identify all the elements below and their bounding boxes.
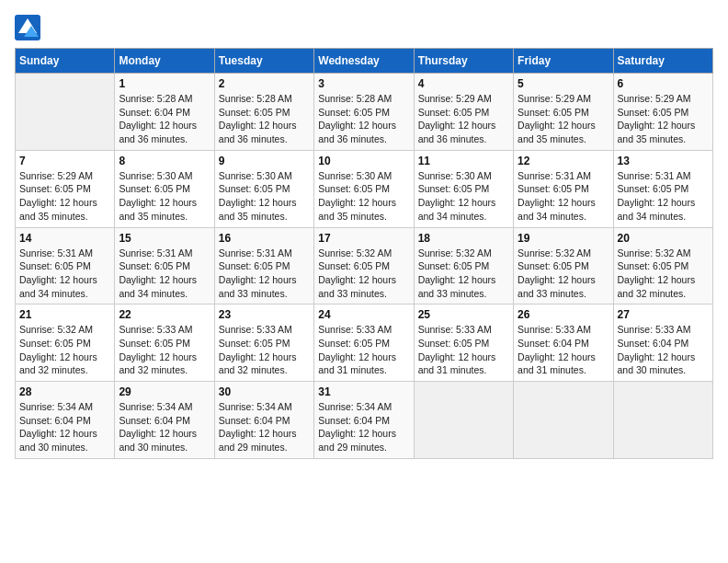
day-number: 15	[119, 232, 210, 245]
header-cell-saturday: Saturday	[613, 49, 712, 74]
day-number: 3	[318, 77, 409, 90]
day-number: 29	[119, 385, 210, 398]
week-row: 21 Sunrise: 5:32 AMSunset: 6:05 PMDaylig…	[16, 304, 713, 382]
calendar-table: SundayMondayTuesdayWednesdayThursdayFrid…	[15, 48, 713, 459]
day-cell: 29 Sunrise: 5:34 AMSunset: 6:04 PMDaylig…	[115, 382, 214, 459]
day-cell: 15 Sunrise: 5:31 AMSunset: 6:05 PMDaylig…	[115, 227, 214, 304]
day-cell: 8 Sunrise: 5:30 AMSunset: 6:05 PMDayligh…	[115, 150, 214, 227]
day-cell	[16, 74, 115, 151]
day-number: 2	[219, 77, 310, 90]
day-info: Sunrise: 5:29 AMSunset: 6:05 PMDaylight:…	[618, 92, 709, 146]
day-info: Sunrise: 5:30 AMSunset: 6:05 PMDaylight:…	[119, 169, 210, 224]
logo-icon	[15, 15, 40, 40]
day-number: 7	[19, 155, 110, 167]
day-info: Sunrise: 5:33 AMSunset: 6:05 PMDaylight:…	[219, 323, 310, 377]
day-info: Sunrise: 5:34 AMSunset: 6:04 PMDaylight:…	[219, 400, 310, 454]
week-row: 7 Sunrise: 5:29 AMSunset: 6:05 PMDayligh…	[16, 150, 713, 227]
day-number: 12	[518, 155, 609, 167]
day-number: 8	[119, 155, 210, 167]
day-cell: 13 Sunrise: 5:31 AMSunset: 6:05 PMDaylig…	[613, 150, 712, 227]
day-info: Sunrise: 5:28 AMSunset: 6:05 PMDaylight:…	[318, 92, 409, 146]
logo	[15, 15, 44, 40]
day-number: 28	[19, 385, 110, 398]
day-info: Sunrise: 5:30 AMSunset: 6:05 PMDaylight:…	[418, 169, 509, 224]
header	[15, 15, 713, 40]
day-cell	[613, 382, 712, 459]
header-cell-monday: Monday	[115, 49, 214, 74]
header-cell-sunday: Sunday	[16, 49, 115, 74]
day-number: 25	[418, 308, 509, 321]
day-cell: 6 Sunrise: 5:29 AMSunset: 6:05 PMDayligh…	[613, 74, 712, 151]
day-info: Sunrise: 5:32 AMSunset: 6:05 PMDaylight:…	[618, 247, 709, 301]
day-number: 19	[518, 232, 609, 245]
day-cell	[514, 382, 613, 459]
day-cell: 17 Sunrise: 5:32 AMSunset: 6:05 PMDaylig…	[314, 227, 414, 304]
day-info: Sunrise: 5:31 AMSunset: 6:05 PMDaylight:…	[19, 247, 110, 301]
day-number: 11	[418, 155, 509, 167]
day-number: 26	[518, 308, 609, 321]
day-info: Sunrise: 5:32 AMSunset: 6:05 PMDaylight:…	[418, 247, 509, 301]
day-number: 18	[418, 232, 509, 245]
header-cell-thursday: Thursday	[414, 49, 513, 74]
day-info: Sunrise: 5:29 AMSunset: 6:05 PMDaylight:…	[518, 92, 609, 146]
day-number: 10	[318, 155, 409, 167]
day-cell: 16 Sunrise: 5:31 AMSunset: 6:05 PMDaylig…	[214, 227, 313, 304]
day-cell: 25 Sunrise: 5:33 AMSunset: 6:05 PMDaylig…	[414, 304, 513, 382]
day-info: Sunrise: 5:32 AMSunset: 6:05 PMDaylight:…	[518, 247, 609, 301]
day-number: 1	[119, 77, 210, 90]
day-number: 31	[318, 385, 409, 398]
day-cell: 12 Sunrise: 5:31 AMSunset: 6:05 PMDaylig…	[514, 150, 613, 227]
day-cell: 31 Sunrise: 5:34 AMSunset: 6:04 PMDaylig…	[314, 382, 414, 459]
day-cell: 26 Sunrise: 5:33 AMSunset: 6:04 PMDaylig…	[514, 304, 613, 382]
day-cell: 27 Sunrise: 5:33 AMSunset: 6:04 PMDaylig…	[613, 304, 712, 382]
day-number: 27	[618, 308, 709, 321]
day-info: Sunrise: 5:34 AMSunset: 6:04 PMDaylight:…	[318, 400, 409, 454]
day-number: 16	[219, 232, 310, 245]
day-cell: 22 Sunrise: 5:33 AMSunset: 6:05 PMDaylig…	[115, 304, 214, 382]
header-cell-tuesday: Tuesday	[214, 49, 313, 74]
day-cell: 18 Sunrise: 5:32 AMSunset: 6:05 PMDaylig…	[414, 227, 513, 304]
day-cell: 9 Sunrise: 5:30 AMSunset: 6:05 PMDayligh…	[214, 150, 313, 227]
day-info: Sunrise: 5:29 AMSunset: 6:05 PMDaylight:…	[19, 169, 110, 224]
day-cell: 3 Sunrise: 5:28 AMSunset: 6:05 PMDayligh…	[314, 74, 414, 151]
day-cell: 2 Sunrise: 5:28 AMSunset: 6:05 PMDayligh…	[214, 74, 313, 151]
day-info: Sunrise: 5:33 AMSunset: 6:05 PMDaylight:…	[418, 323, 509, 377]
day-cell: 10 Sunrise: 5:30 AMSunset: 6:05 PMDaylig…	[314, 150, 414, 227]
day-number: 21	[19, 308, 110, 321]
day-number: 4	[418, 77, 509, 90]
day-info: Sunrise: 5:29 AMSunset: 6:05 PMDaylight:…	[418, 92, 509, 146]
week-row: 14 Sunrise: 5:31 AMSunset: 6:05 PMDaylig…	[16, 227, 713, 304]
day-cell: 24 Sunrise: 5:33 AMSunset: 6:05 PMDaylig…	[314, 304, 414, 382]
day-number: 14	[19, 232, 110, 245]
day-cell: 1 Sunrise: 5:28 AMSunset: 6:04 PMDayligh…	[115, 74, 214, 151]
day-info: Sunrise: 5:33 AMSunset: 6:05 PMDaylight:…	[119, 323, 210, 377]
day-cell	[414, 382, 513, 459]
day-info: Sunrise: 5:32 AMSunset: 6:05 PMDaylight:…	[318, 247, 409, 301]
day-info: Sunrise: 5:34 AMSunset: 6:04 PMDaylight:…	[19, 400, 110, 454]
day-cell: 28 Sunrise: 5:34 AMSunset: 6:04 PMDaylig…	[16, 382, 115, 459]
header-cell-wednesday: Wednesday	[314, 49, 414, 74]
day-info: Sunrise: 5:28 AMSunset: 6:05 PMDaylight:…	[219, 92, 310, 146]
day-info: Sunrise: 5:34 AMSunset: 6:04 PMDaylight:…	[119, 400, 210, 454]
day-cell: 11 Sunrise: 5:30 AMSunset: 6:05 PMDaylig…	[414, 150, 513, 227]
day-cell: 19 Sunrise: 5:32 AMSunset: 6:05 PMDaylig…	[514, 227, 613, 304]
header-cell-friday: Friday	[514, 49, 613, 74]
day-info: Sunrise: 5:33 AMSunset: 6:04 PMDaylight:…	[518, 323, 609, 377]
day-info: Sunrise: 5:33 AMSunset: 6:05 PMDaylight:…	[318, 323, 409, 377]
day-info: Sunrise: 5:31 AMSunset: 6:05 PMDaylight:…	[119, 247, 210, 301]
day-info: Sunrise: 5:31 AMSunset: 6:05 PMDaylight:…	[219, 247, 310, 301]
day-cell: 7 Sunrise: 5:29 AMSunset: 6:05 PMDayligh…	[16, 150, 115, 227]
day-info: Sunrise: 5:33 AMSunset: 6:04 PMDaylight:…	[618, 323, 709, 377]
day-cell: 5 Sunrise: 5:29 AMSunset: 6:05 PMDayligh…	[514, 74, 613, 151]
day-number: 5	[518, 77, 609, 90]
day-number: 17	[318, 232, 409, 245]
day-number: 24	[318, 308, 409, 321]
day-number: 22	[119, 308, 210, 321]
day-number: 23	[219, 308, 310, 321]
day-number: 30	[219, 385, 310, 398]
day-number: 20	[618, 232, 709, 245]
day-number: 9	[219, 155, 310, 167]
day-info: Sunrise: 5:31 AMSunset: 6:05 PMDaylight:…	[618, 169, 709, 224]
day-info: Sunrise: 5:31 AMSunset: 6:05 PMDaylight:…	[518, 169, 609, 224]
day-number: 13	[618, 155, 709, 167]
